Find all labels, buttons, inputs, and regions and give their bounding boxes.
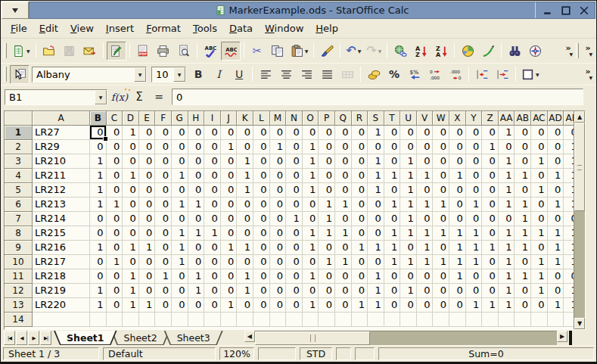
cell[interactable] [237, 313, 253, 327]
cell[interactable]: 0 [482, 226, 499, 241]
cell[interactable]: 0 [449, 140, 466, 154]
cell[interactable] [303, 313, 319, 327]
open-button[interactable] [39, 42, 59, 61]
cell[interactable]: 1 [499, 169, 515, 183]
cell[interactable] [253, 313, 270, 327]
column-header-AE[interactable]: AE [564, 111, 574, 126]
cell[interactable]: 0 [433, 241, 449, 255]
delete-decimal-place-button[interactable] [446, 65, 465, 84]
cell[interactable]: 0 [466, 212, 483, 226]
cell[interactable]: 0 [155, 284, 172, 298]
menu-tools[interactable]: Tools [187, 20, 223, 36]
cell[interactable]: 0 [253, 154, 270, 169]
cell[interactable]: 1 [400, 154, 417, 169]
spellcheck-button[interactable] [201, 42, 220, 61]
cell[interactable]: 0 [253, 169, 270, 183]
cell[interactable]: 1 [352, 241, 368, 255]
sort-ascending-button[interactable] [411, 42, 431, 61]
cell[interactable]: 0 [188, 255, 205, 269]
cell-A4[interactable]: LR211 [33, 169, 90, 183]
cell[interactable]: 1 [204, 226, 221, 241]
cell[interactable]: 0 [107, 212, 123, 226]
cell[interactable]: 0 [253, 255, 270, 269]
cell[interactable]: 1 [515, 269, 531, 284]
cell[interactable]: 1 [139, 298, 156, 313]
number-format-percent-button[interactable]: % [384, 65, 404, 84]
cell-A14[interactable] [33, 313, 90, 327]
cell[interactable]: 0 [303, 255, 319, 269]
cell[interactable]: 0 [417, 298, 434, 313]
cell[interactable]: 1 [303, 154, 319, 169]
column-header-Q[interactable]: Q [335, 111, 352, 126]
cell[interactable]: 0 [384, 212, 401, 226]
cell[interactable]: 1 [515, 226, 531, 241]
cell[interactable]: 0 [237, 226, 253, 241]
cell[interactable]: 0 [531, 169, 548, 183]
undo-button[interactable]: ↶▼ [344, 42, 363, 61]
column-header-J[interactable]: J [221, 111, 238, 126]
cell[interactable]: 0 [123, 226, 139, 241]
cell[interactable]: 0 [237, 198, 253, 212]
cell[interactable]: 0 [139, 255, 156, 269]
cell[interactable]: 1 [564, 284, 574, 298]
cell[interactable] [531, 313, 548, 327]
toolbar-overflow-button[interactable]: »▼ [582, 65, 594, 83]
maximize-button[interactable] [557, 2, 575, 18]
cell[interactable]: 0 [286, 169, 303, 183]
number-format-currency-button[interactable] [364, 65, 384, 84]
cell[interactable]: 0 [107, 183, 123, 198]
cell[interactable]: 0 [335, 298, 352, 313]
insert-hyperlink-button[interactable] [390, 42, 410, 61]
column-header-AC[interactable]: AC [531, 111, 548, 126]
next-sheet-button[interactable]: ▶ [28, 331, 39, 345]
cell[interactable]: 0 [270, 269, 287, 284]
cell[interactable]: 1 [400, 212, 417, 226]
cell[interactable]: 0 [417, 284, 434, 298]
cell[interactable]: 0 [188, 212, 205, 226]
cell[interactable]: 0 [335, 241, 352, 255]
cell[interactable]: 1 [368, 241, 384, 255]
cell[interactable]: 0 [237, 126, 253, 140]
cell[interactable]: 0 [303, 212, 319, 226]
cell[interactable]: 0 [499, 212, 515, 226]
sum-button[interactable]: Σ [129, 89, 149, 105]
cell[interactable]: 1 [270, 140, 287, 154]
status-page-style[interactable]: Default [103, 347, 216, 360]
cell[interactable]: 1 [564, 140, 574, 154]
cell[interactable]: 1 [449, 169, 466, 183]
row-header-1[interactable]: 1 [5, 126, 33, 140]
cell[interactable]: 1 [335, 255, 352, 269]
cell[interactable]: 1 [433, 255, 449, 269]
sheet-tab-sheet2[interactable]: Sheet2 [111, 331, 170, 345]
cell[interactable]: 0 [335, 284, 352, 298]
cell[interactable]: 1 [221, 298, 238, 313]
cell[interactable]: 1 [531, 226, 548, 241]
cell-A13[interactable]: LR220 [33, 298, 90, 313]
cell-A2[interactable]: LR29 [33, 140, 90, 154]
cell[interactable]: 0 [155, 298, 172, 313]
cell[interactable]: 1 [237, 284, 253, 298]
cell[interactable]: 0 [204, 140, 221, 154]
cell[interactable]: 1 [499, 241, 515, 255]
cell[interactable]: 0 [303, 284, 319, 298]
status-sum[interactable]: Sum=0 [378, 347, 594, 360]
cell[interactable]: 0 [270, 198, 287, 212]
cell[interactable]: 0 [155, 255, 172, 269]
cell[interactable] [155, 313, 172, 327]
cell[interactable]: 0 [433, 212, 449, 226]
cell[interactable]: 0 [270, 126, 287, 140]
cell[interactable]: 0 [204, 198, 221, 212]
cell[interactable]: 0 [466, 126, 483, 140]
close-button[interactable] [575, 2, 593, 18]
cell[interactable] [221, 313, 238, 327]
cell[interactable]: 1 [564, 198, 574, 212]
cell[interactable]: 0 [417, 183, 434, 198]
cell[interactable]: 1 [499, 269, 515, 284]
cell[interactable]: 1 [319, 198, 335, 212]
export-as-pdf-button[interactable] [133, 42, 153, 61]
sheet-tab-sheet1[interactable]: Sheet1 [54, 331, 117, 345]
cell[interactable]: 0 [123, 154, 139, 169]
cell[interactable]: 1 [188, 226, 205, 241]
horizontal-scrollbar[interactable]: ◀ ▶ [244, 331, 586, 345]
column-header-M[interactable]: M [270, 111, 287, 126]
